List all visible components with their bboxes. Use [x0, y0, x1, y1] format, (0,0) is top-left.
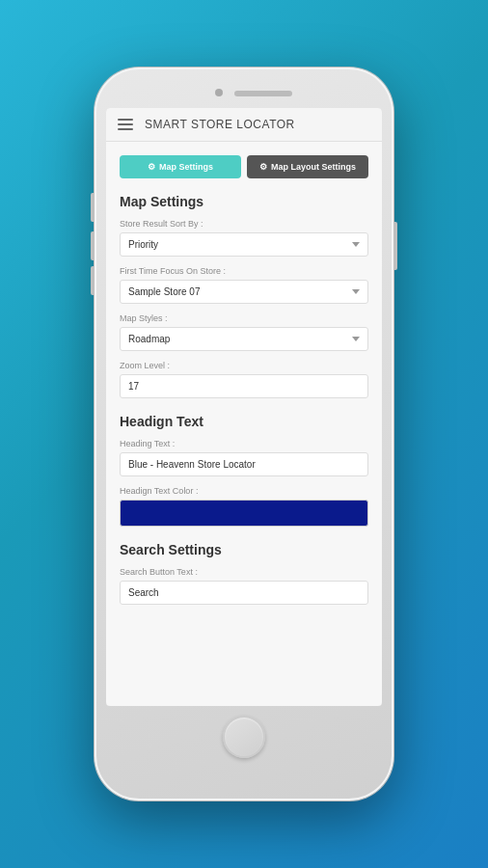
heading-color-label: Headign Text Color :: [120, 486, 368, 496]
sort-by-label: Store Result Sort By :: [120, 219, 368, 229]
hamburger-icon[interactable]: [118, 119, 133, 130]
search-button-text-label: Search Button Text :: [120, 567, 368, 577]
heading-color-swatch[interactable]: [120, 500, 368, 527]
zoom-level-label: Zoom Level :: [120, 361, 368, 370]
app-bar: SMART STORE LOCATOR: [106, 108, 382, 142]
map-settings-title: Map Settings: [120, 194, 368, 209]
search-settings-section: Search Settings Search Button Text :: [120, 542, 368, 605]
search-button-text-input[interactable]: [120, 581, 368, 605]
tab-map-layout-settings[interactable]: ⚙ Map Layout Settings: [247, 155, 368, 178]
heading-text-title: Headign Text: [120, 414, 368, 429]
map-styles-label: Map Styles :: [120, 313, 368, 323]
tab-row: ⚙ Map Settings ⚙ Map Layout Settings: [120, 155, 368, 178]
sort-by-select[interactable]: Priority Distance Name: [120, 232, 368, 257]
map-settings-icon: ⚙: [148, 162, 155, 172]
focus-store-select[interactable]: Sample Store 07 Sample Store 01 Sample S…: [120, 280, 368, 304]
map-settings-section: Map Settings Store Result Sort By : Prio…: [120, 194, 368, 398]
home-button[interactable]: [223, 716, 265, 758]
tab-map-settings[interactable]: ⚙ Map Settings: [120, 155, 241, 178]
camera: [215, 89, 223, 96]
heading-text-label: Heading Text :: [120, 439, 368, 448]
map-styles-select[interactable]: Roadmap Satellite Terrain Hybrid: [120, 327, 368, 351]
speaker: [234, 91, 292, 96]
focus-store-label: First Time Focus On Store :: [120, 266, 368, 276]
tab-map-layout-label: Map Layout Settings: [271, 162, 356, 172]
tab-map-settings-label: Map Settings: [159, 162, 213, 172]
app-title: SMART STORE LOCATOR: [145, 118, 295, 131]
phone-frame: SMART STORE LOCATOR ⚙ Map Settings ⚙ Map…: [95, 68, 393, 800]
heading-text-section: Headign Text Heading Text : Headign Text…: [120, 414, 368, 527]
heading-text-input[interactable]: [120, 452, 368, 476]
zoom-level-input[interactable]: [120, 374, 368, 398]
content-area: ⚙ Map Settings ⚙ Map Layout Settings Map…: [106, 142, 382, 706]
search-settings-title: Search Settings: [120, 542, 368, 557]
map-layout-icon: ⚙: [259, 162, 267, 172]
phone-screen: SMART STORE LOCATOR ⚙ Map Settings ⚙ Map…: [106, 108, 382, 706]
